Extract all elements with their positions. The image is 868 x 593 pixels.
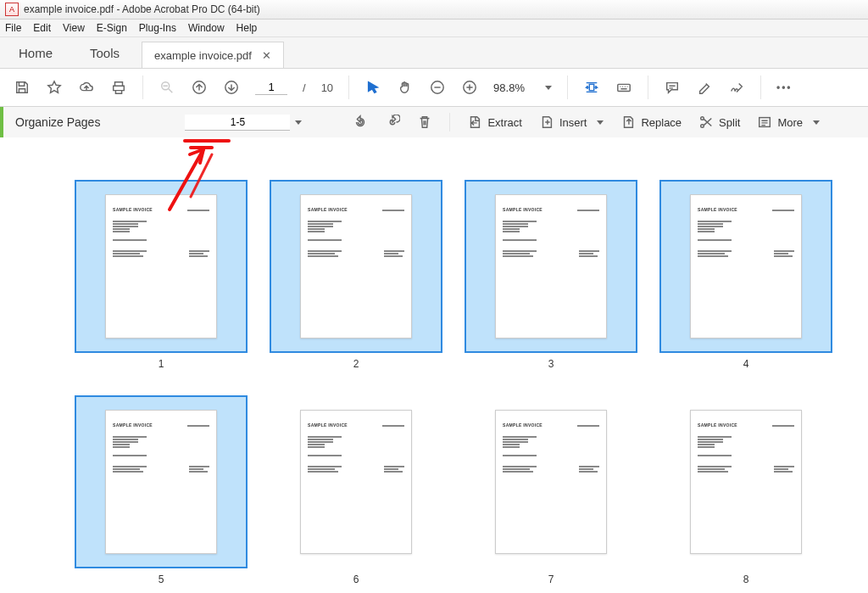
page-thumbnail[interactable]: SAMPLE INVOICE8: [661, 395, 831, 585]
zoom-in-icon[interactable]: [461, 79, 478, 96]
svg-point-6: [701, 117, 704, 120]
close-tab-icon[interactable]: ✕: [262, 49, 271, 62]
highlight-icon[interactable]: [696, 79, 713, 96]
extract-button[interactable]: Extract: [467, 115, 521, 130]
window-title: example invoice.pdf - Adobe Acrobat Pro …: [24, 3, 260, 15]
page-number-label: 5: [159, 573, 164, 585]
page-thumbnail[interactable]: SAMPLE INVOICE1: [76, 180, 246, 370]
page-up-icon[interactable]: [191, 79, 208, 96]
rotate-left-icon[interactable]: [353, 115, 368, 130]
replace-icon: [620, 115, 636, 130]
page-range-input[interactable]: [185, 115, 290, 131]
page-thumbnail[interactable]: SAMPLE INVOICE5: [76, 395, 246, 585]
comment-icon[interactable]: [664, 79, 681, 96]
svg-point-7: [701, 125, 704, 128]
page-thumbnail[interactable]: SAMPLE INVOICE7: [466, 395, 636, 585]
current-page-input[interactable]: [255, 80, 287, 95]
save-icon[interactable]: [14, 79, 31, 96]
thumbnail-grid: SAMPLE INVOICE1SAMPLE INVOICE2SAMPLE INV…: [76, 180, 817, 585]
insert-icon: [539, 115, 554, 130]
thumbnail-area[interactable]: SAMPLE INVOICE1SAMPLE INVOICE2SAMPLE INV…: [0, 137, 868, 593]
more-button[interactable]: More: [757, 115, 820, 130]
insert-button[interactable]: Insert: [539, 115, 604, 130]
organize-pages-bar: Organize Pages Extract Insert Replace Sp…: [0, 107, 868, 138]
scissors-icon: [698, 115, 714, 130]
range-dropdown-icon[interactable]: [295, 120, 302, 125]
menu-view[interactable]: View: [63, 22, 85, 34]
main-toolbar: / 10 98.8% •••: [0, 69, 868, 107]
replace-button[interactable]: Replace: [620, 115, 682, 130]
page-number-label: 6: [353, 573, 359, 585]
page-thumbnail[interactable]: SAMPLE INVOICE3: [466, 180, 636, 370]
cloud-upload-icon[interactable]: [78, 79, 95, 96]
menu-bar: File Edit View E-Sign Plug-Ins Window He…: [0, 20, 868, 37]
menu-plugins[interactable]: Plug-Ins: [139, 22, 176, 34]
page-number-label: 8: [743, 573, 749, 585]
sign-icon[interactable]: [728, 79, 745, 96]
rotate-right-icon[interactable]: [385, 115, 400, 130]
hand-tool-icon[interactable]: [397, 79, 414, 96]
total-pages: 10: [321, 81, 333, 94]
selection-tool-icon[interactable]: [364, 79, 381, 96]
page-number-label: 1: [159, 358, 164, 370]
split-button[interactable]: Split: [698, 115, 740, 130]
delete-icon[interactable]: [417, 115, 432, 130]
menu-window[interactable]: Window: [188, 22, 225, 34]
svg-rect-5: [618, 84, 630, 91]
acrobat-icon: A: [5, 3, 19, 16]
page-separator: /: [303, 81, 306, 94]
zoom-out-icon[interactable]: [429, 79, 446, 96]
page-thumbnail[interactable]: SAMPLE INVOICE2: [271, 180, 441, 370]
more-list-icon: [757, 115, 772, 130]
zoom-dropdown-icon[interactable]: [545, 86, 552, 90]
keyboard-icon[interactable]: [615, 79, 632, 96]
page-number-label: 4: [743, 358, 749, 370]
document-tab[interactable]: example invoice.pdf ✕: [142, 42, 284, 68]
zoom-value[interactable]: 98.8%: [493, 81, 525, 94]
extract-icon: [467, 115, 482, 130]
organize-accent: [0, 107, 3, 137]
more-tools-icon[interactable]: •••: [776, 81, 793, 93]
menu-esign[interactable]: E-Sign: [97, 22, 127, 34]
tab-tools[interactable]: Tools: [71, 37, 138, 68]
tab-home[interactable]: Home: [0, 37, 71, 68]
menu-edit[interactable]: Edit: [33, 22, 51, 34]
print-icon[interactable]: [110, 79, 127, 96]
page-down-icon[interactable]: [223, 79, 240, 96]
document-tab-label: example invoice.pdf: [154, 49, 252, 62]
page-thumbnail[interactable]: SAMPLE INVOICE6: [271, 395, 441, 585]
page-number-label: 3: [548, 358, 554, 370]
fit-width-icon[interactable]: [583, 79, 600, 96]
star-icon[interactable]: [46, 79, 63, 96]
tab-bar: Home Tools example invoice.pdf ✕: [0, 37, 868, 69]
zoom-out-glass-icon[interactable]: [159, 79, 175, 96]
page-number-label: 7: [548, 573, 554, 585]
menu-help[interactable]: Help: [236, 22, 258, 34]
page-number-label: 2: [353, 358, 359, 370]
title-bar: A example invoice.pdf - Adobe Acrobat Pr…: [0, 0, 868, 20]
menu-file[interactable]: File: [5, 22, 21, 34]
page-thumbnail[interactable]: SAMPLE INVOICE4: [661, 180, 831, 370]
organize-title: Organize Pages: [15, 115, 100, 129]
